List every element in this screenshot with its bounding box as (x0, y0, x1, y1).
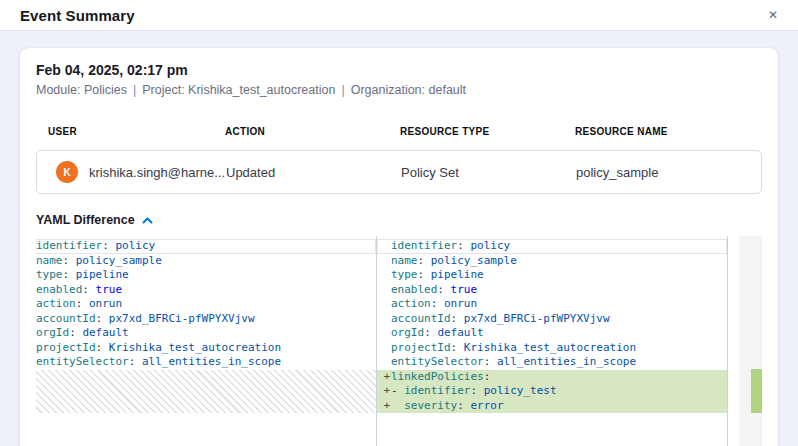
code-token-key: projectId (391, 341, 451, 354)
close-icon[interactable]: ✕ (766, 7, 780, 23)
diff-gutter-marker: + (377, 399, 391, 414)
diff-line-added: +- identifier: policy_test (377, 384, 727, 399)
diff-line: type: pipeline (377, 268, 727, 283)
added-lines-ruler-marker (751, 369, 762, 413)
code-token-plain: - (391, 384, 404, 397)
diff-line: projectId: Krishika_test_autocreation (36, 341, 376, 356)
diff-line: accountId: px7xd_BFRCi-pfWPYXVjvw (377, 312, 727, 327)
code-token-key: name (391, 254, 418, 267)
code-token-plain (391, 399, 404, 412)
code-token-plain: : (63, 268, 76, 281)
diff-line: orgId: default (36, 326, 376, 341)
meta-separator: | (341, 83, 344, 97)
chevron-up-icon (142, 217, 153, 224)
code-token-value: policy_sample (431, 254, 517, 267)
code-token-key: entitySelector (36, 355, 129, 368)
code-token-key: accountId (391, 312, 451, 325)
column-header-action: ACTION (225, 126, 400, 137)
code-token-value: pipeline (431, 268, 484, 281)
code-token-plain: : (437, 283, 450, 296)
code-token-key: action (36, 297, 76, 310)
code-token-key: entitySelector (391, 355, 484, 368)
code-token-plain: : (63, 254, 76, 267)
diff-line: action: onrun (36, 297, 376, 312)
code-token-plain: : (418, 268, 431, 281)
code-token-key: linkedPolicies (391, 370, 484, 383)
diff-line: identifier: policy (377, 239, 727, 254)
code-token-value: px7xd_BFRCi-pfWPYXVjvw (109, 312, 255, 325)
diff-pane-original[interactable]: identifier: policyname: policy_sampletyp… (36, 236, 377, 446)
code-token-plain: : (457, 399, 470, 412)
user-email: krishika.singh@harne... (89, 165, 225, 180)
diff-pane-modified-wrap: identifier: policyname: policy_sampletyp… (377, 236, 762, 446)
yaml-diff-editor: identifier: policyname: policy_sampletyp… (36, 236, 762, 446)
code-token-value: all_entities_in_scope (497, 355, 636, 368)
table-row: K krishika.singh@harne... Updated Policy… (36, 150, 762, 194)
diff-pane-modified[interactable]: identifier: policyname: policy_sampletyp… (377, 236, 728, 446)
diff-line: orgId: default (377, 326, 727, 341)
code-token-plain: : (470, 384, 483, 397)
column-header-resource-name: RESOURCE NAME (575, 126, 762, 137)
diff-scrollbar-gap (728, 236, 739, 446)
code-token-plain: : (451, 341, 464, 354)
code-token-key: severity (404, 399, 457, 412)
code-token-key: accountId (36, 312, 96, 325)
code-token-plain: : (418, 254, 431, 267)
code-token-value: error (470, 399, 503, 412)
diff-line: name: policy_sample (36, 254, 376, 269)
yaml-difference-toggle[interactable]: YAML Difference (36, 213, 153, 227)
user-cell: K krishika.singh@harne... (37, 161, 226, 183)
meta-separator: | (133, 83, 136, 97)
event-timestamp: Feb 04, 2025, 02:17 pm (36, 62, 762, 78)
code-token-key: identifier (404, 384, 470, 397)
code-token-plain: : (82, 283, 95, 296)
code-token-key: type (391, 268, 418, 281)
code-token-value: default (82, 326, 128, 339)
diff-line: identifier: policy (36, 239, 376, 254)
code-token-value: onrun (89, 297, 122, 310)
code-token-key: enabled (36, 283, 82, 296)
modal-header: Event Summary ✕ (0, 0, 798, 31)
column-header-user: USER (36, 126, 225, 137)
code-token-value: policy (470, 239, 510, 252)
page-title: Event Summary (20, 7, 135, 24)
code-token-key: type (36, 268, 63, 281)
code-token-value: all_entities_in_scope (142, 355, 281, 368)
event-summary-modal: { "header": { "title": "Event Summary", … (0, 0, 798, 446)
code-token-value: onrun (444, 297, 477, 310)
resource-type-cell: Policy Set (401, 165, 576, 180)
code-token-plain: : (69, 326, 82, 339)
diff-line: enabled: true (36, 283, 376, 298)
code-token-plain: : (96, 312, 109, 325)
code-token-plain: : (129, 355, 142, 368)
code-token-value: Krishika_test_autocreation (464, 341, 636, 354)
diff-line: projectId: Krishika_test_autocreation (377, 341, 727, 356)
diff-line: enabled: true (377, 283, 727, 298)
code-token-value: policy_sample (76, 254, 162, 267)
resource-name-cell: policy_sample (576, 165, 761, 180)
action-cell: Updated (226, 165, 401, 180)
code-token-plain: : (76, 297, 89, 310)
diff-line: entitySelector: all_entities_in_scope (36, 355, 376, 370)
code-token-value: Krishika_test_autocreation (109, 341, 281, 354)
diff-line: action: onrun (377, 297, 727, 312)
code-token-key: enabled (391, 283, 437, 296)
code-token-plain: : (484, 355, 497, 368)
code-token-value: policy_test (484, 384, 557, 397)
code-token-plain: : (96, 341, 109, 354)
diff-gutter-marker: + (377, 384, 391, 399)
project-label: Project: Krishika_test_autocreation (142, 83, 335, 97)
code-token-plain: : (484, 370, 491, 383)
code-token-key: name (36, 254, 63, 267)
code-token-value: pipeline (76, 268, 129, 281)
module-label: Module: Policies (36, 83, 127, 97)
code-token-key: orgId (391, 326, 424, 339)
event-card: Feb 04, 2025, 02:17 pm Module: Policies|… (20, 48, 778, 446)
diff-missing-lines-placeholder (36, 370, 376, 414)
code-token-plain: : (102, 239, 115, 252)
code-token-keyword: true (96, 283, 123, 296)
diff-overview-ruler[interactable] (739, 236, 762, 446)
code-token-plain: : (451, 312, 464, 325)
code-token-plain: : (431, 297, 444, 310)
diff-line: entitySelector: all_entities_in_scope (377, 355, 727, 370)
